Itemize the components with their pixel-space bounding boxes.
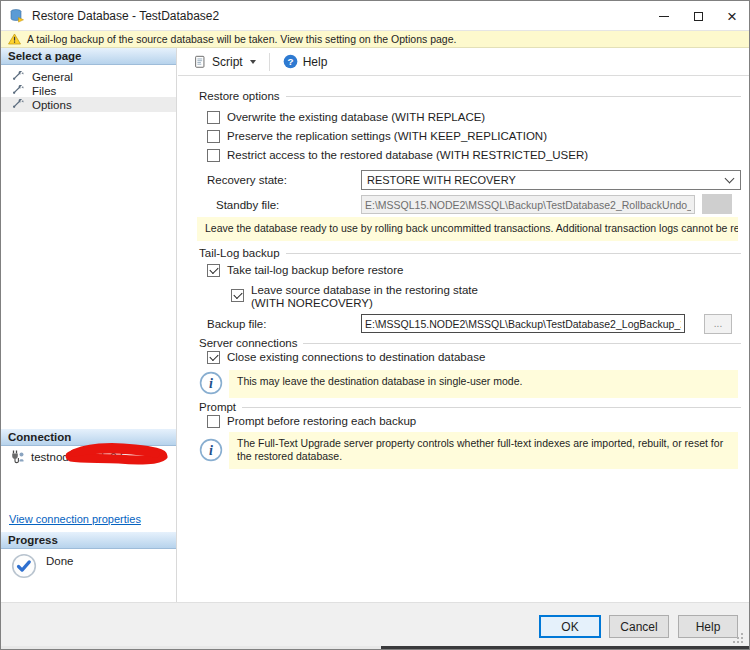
help-button-label: Help xyxy=(303,55,328,69)
maximize-icon xyxy=(694,12,703,21)
restore-database-dialog: Restore Database - TestDatabase2 × A tai… xyxy=(0,0,750,650)
wrench-icon xyxy=(13,99,25,111)
wrench-icon xyxy=(13,71,25,83)
backup-browse-button[interactable]: ... xyxy=(704,314,732,334)
group-prompt: Prompt xyxy=(199,401,741,413)
take-tail-log-checkbox[interactable] xyxy=(207,264,220,277)
restrict-access-checkbox-row: Restrict access to the restored database… xyxy=(207,149,588,162)
window-title: Restore Database - TestDatabase2 xyxy=(32,9,219,23)
progress-header: Progress xyxy=(1,532,176,549)
svg-text:?: ? xyxy=(287,56,293,67)
preserve-replication-checkbox-row: Preserve the replication settings (WITH … xyxy=(207,130,547,143)
minimize-button[interactable] xyxy=(647,1,681,31)
chevron-down-icon xyxy=(725,173,735,183)
standby-file-input xyxy=(361,195,695,214)
tail-log-warning-bar: A tail-log backup of the source database… xyxy=(1,31,749,48)
restrict-access-checkbox[interactable] xyxy=(207,149,220,162)
script-dropdown-caret-icon xyxy=(250,60,256,64)
resize-grip[interactable] xyxy=(733,631,745,643)
recovery-state-value: RESTORE WITH RECOVERY xyxy=(367,174,726,186)
footer-bar: OK Cancel Help xyxy=(1,602,749,646)
group-divider xyxy=(242,407,741,408)
group-divider xyxy=(286,96,741,97)
sidebar-item-label: Options xyxy=(32,99,72,111)
connection-icon xyxy=(9,449,25,465)
restore-database-icon xyxy=(9,8,25,24)
leave-source-label-line2: (WITH NORECOVERY) xyxy=(251,297,478,310)
fulltext-note: The Full-Text Upgrade server property co… xyxy=(229,432,738,469)
close-button[interactable]: × xyxy=(715,1,749,31)
prompt-before-checkbox[interactable] xyxy=(207,415,220,428)
script-button-label: Script xyxy=(212,55,243,69)
close-icon: × xyxy=(727,8,737,25)
group-server-connections: Server connections xyxy=(199,337,741,349)
sidebar-item-general[interactable]: General xyxy=(1,69,176,84)
bottom-edge-right xyxy=(381,646,750,650)
backup-file-input[interactable] xyxy=(361,314,685,333)
help-button[interactable]: ? Help xyxy=(278,51,333,72)
sidebar-item-label: General xyxy=(32,71,73,83)
warning-icon xyxy=(8,33,21,45)
leave-source-checkbox-row: Leave source database in the restoring s… xyxy=(231,284,478,310)
script-button[interactable]: Script xyxy=(188,52,261,72)
group-divider xyxy=(303,343,741,344)
group-restore-options: Restore options xyxy=(199,90,741,102)
overwrite-checkbox-row: Overwrite the existing database (WITH RE… xyxy=(207,111,485,124)
close-connections-checkbox-row: Close existing connections to destinatio… xyxy=(207,351,485,364)
close-connections-checkbox[interactable] xyxy=(207,351,220,364)
standby-browse-button xyxy=(702,194,732,214)
title-bar: Restore Database - TestDatabase2 × xyxy=(1,1,749,31)
view-connection-properties-link[interactable]: View connection properties xyxy=(9,513,141,525)
group-divider xyxy=(286,253,741,254)
prompt-before-checkbox-row: Prompt before restoring each backup xyxy=(207,415,416,428)
minimize-icon xyxy=(659,16,669,17)
done-check-icon xyxy=(11,553,37,579)
sidebar: Select a page General Files Options Conn… xyxy=(1,48,177,602)
cancel-button[interactable]: Cancel xyxy=(609,615,669,638)
info-icon: i xyxy=(199,371,223,395)
svg-text:i: i xyxy=(209,443,213,458)
ok-button[interactable]: OK xyxy=(539,615,601,638)
wrench-icon xyxy=(13,85,25,97)
preserve-replication-checkbox[interactable] xyxy=(207,130,220,143)
overwrite-checkbox[interactable] xyxy=(207,111,220,124)
sidebar-item-label: Files xyxy=(32,85,56,97)
standby-file-label: Standby file: xyxy=(216,199,279,211)
sidebar-item-files[interactable]: Files xyxy=(1,83,176,98)
single-user-note: This may leave the destination database … xyxy=(229,370,738,398)
recovery-note: Leave the database ready to use by rolli… xyxy=(197,217,738,241)
sidebar-item-options[interactable]: Options xyxy=(1,97,176,112)
help-footer-button[interactable]: Help xyxy=(678,615,738,638)
progress-status-text: Done xyxy=(46,555,74,567)
select-a-page-header: Select a page xyxy=(1,48,176,65)
recovery-state-select[interactable]: RESTORE WITH RECOVERY xyxy=(361,170,741,190)
info-icon: i xyxy=(199,438,223,462)
toolbar-separator xyxy=(269,53,270,71)
leave-source-label-line1: Leave source database in the restoring s… xyxy=(251,284,478,296)
maximize-button[interactable] xyxy=(681,1,715,31)
bottom-edge-left xyxy=(1,646,381,650)
redaction-scribble xyxy=(63,442,169,466)
recovery-state-label: Recovery state: xyxy=(207,174,287,186)
script-icon xyxy=(193,55,207,69)
backup-file-label: Backup file: xyxy=(207,318,266,330)
group-tail-log-backup: Tail-Log backup xyxy=(199,247,741,259)
take-tail-log-checkbox-row: Take tail-log backup before restore xyxy=(207,264,403,277)
help-icon: ? xyxy=(283,54,298,69)
progress-status: Done xyxy=(11,553,74,579)
dialog-toolbar: Script ? Help xyxy=(178,48,750,76)
warning-text: A tail-log backup of the source database… xyxy=(27,33,456,45)
svg-text:i: i xyxy=(209,376,213,391)
leave-source-checkbox[interactable] xyxy=(231,289,244,302)
